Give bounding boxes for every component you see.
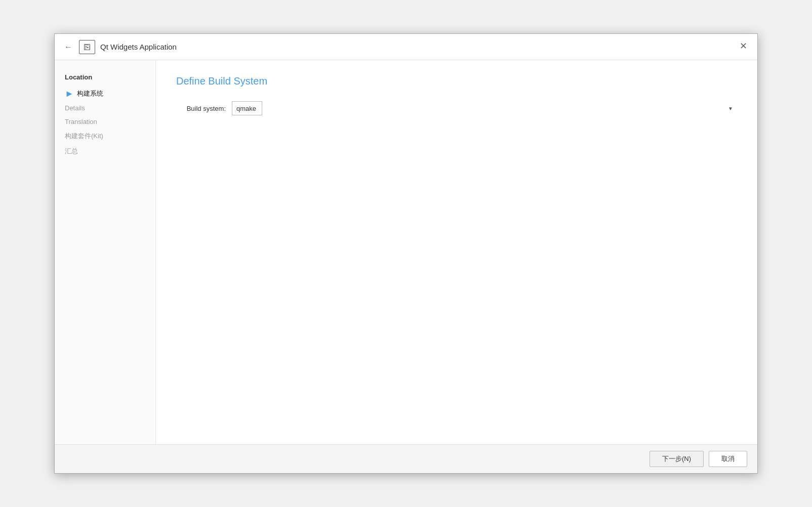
active-arrow-icon: ► (65, 89, 74, 98)
main-panel: Define Build System Build system: qmake … (156, 60, 757, 444)
build-system-select-wrapper: qmake CMake Qbs (232, 101, 737, 115)
sidebar-item-build-system[interactable]: ► 构建系统 (55, 86, 155, 101)
app-icon: ⎘ (79, 40, 95, 54)
close-button[interactable]: ✕ (736, 39, 750, 53)
sidebar-item-details[interactable]: Details (55, 101, 155, 115)
sidebar-item-label: 构建系统 (77, 89, 103, 98)
sidebar-item-label: 构建套件(Kit) (65, 132, 103, 141)
sidebar-item-translation[interactable]: Translation (55, 115, 155, 129)
sidebar-item-summary[interactable]: 汇总 (55, 144, 155, 159)
cancel-button[interactable]: 取消 (709, 451, 747, 467)
sidebar-item-label: 汇总 (65, 147, 78, 156)
footer: 下一步(N) 取消 (55, 444, 757, 473)
sidebar-item-label: Translation (65, 118, 97, 125)
build-system-row: Build system: qmake CMake Qbs (176, 101, 737, 115)
sidebar-item-kit[interactable]: 构建套件(Kit) (55, 129, 155, 144)
dialog: ← ⎘ Qt Widgets Application ✕ Location ► … (54, 33, 758, 474)
sidebar: Location ► 构建系统 Details Translation 构建套件… (55, 60, 156, 444)
dialog-title: Qt Widgets Application (100, 43, 177, 51)
content-area: Location ► 构建系统 Details Translation 构建套件… (55, 60, 757, 444)
cursor-icon: ⎘ (85, 43, 89, 51)
build-system-label: Build system: (176, 105, 232, 112)
title-bar: ← ⎘ Qt Widgets Application ✕ (55, 34, 757, 60)
build-system-select[interactable]: qmake CMake Qbs (232, 101, 262, 115)
sidebar-item-label: Details (65, 104, 85, 112)
sidebar-section-label: Location (55, 70, 155, 86)
panel-title: Define Build System (176, 75, 737, 87)
back-button[interactable]: ← (63, 41, 74, 53)
next-button[interactable]: 下一步(N) (649, 451, 704, 467)
